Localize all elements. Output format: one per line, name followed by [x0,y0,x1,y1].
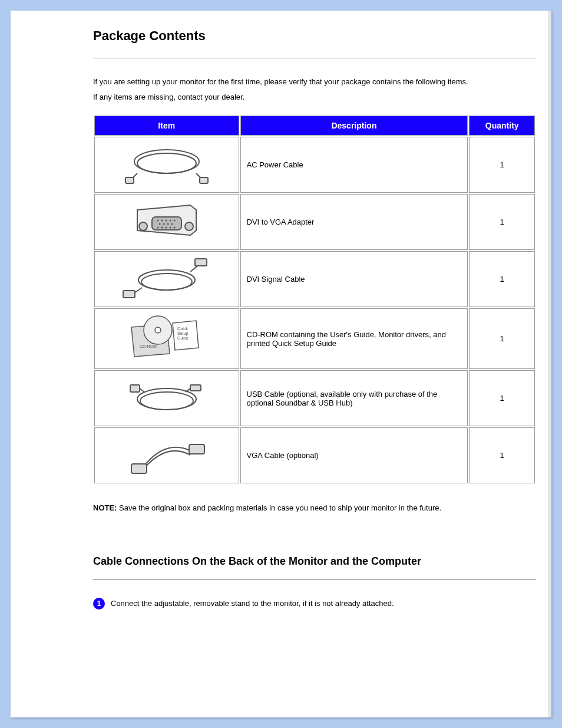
item-quantity: 1 [469,308,535,369]
svg-text:Quick: Quick [177,327,188,331]
divider [93,58,536,58]
table-row: DVI Signal Cable 1 [94,251,535,307]
dvi-vga-adapter-icon [120,198,214,244]
item-image-vga-cable [94,427,239,483]
item-image-cdrom-guide: Quick Setup Guide CD-ROM [94,308,239,369]
table-header-item: Item [94,116,239,136]
setup-step-1: 1 Connect the adjustable, removable stan… [93,598,536,610]
cdrom-guide-icon: Quick Setup Guide CD-ROM [120,312,214,363]
step-text: Connect the adjustable, removable stand … [111,599,394,608]
svg-text:Guide: Guide [177,336,189,340]
item-quantity: 1 [469,194,535,250]
svg-point-18 [165,227,167,229]
cable-connections-heading: Cable Connections On the Back of the Mon… [93,555,536,568]
item-image-power-cable [94,137,239,193]
svg-point-16 [157,227,158,229]
svg-rect-2 [125,177,134,183]
svg-point-4 [139,222,147,230]
svg-point-14 [167,223,168,225]
left-sidebar [11,11,81,717]
item-image-dvi-vga-adapter [94,194,239,250]
table-header-quantity: Quantity [469,116,535,136]
item-description: CD-ROM containing the User's Guide, Moni… [240,308,468,369]
svg-point-11 [173,220,175,222]
note-body: Save the original box and packing materi… [117,503,441,512]
table-row: DVI to VGA Adapter 1 [94,194,535,250]
svg-text:CD-ROM: CD-ROM [140,344,157,348]
step-number-badge: 1 [93,598,105,610]
note-paragraph: NOTE: Save the original box and packing … [93,502,536,514]
table-row: VGA Cable (optional) 1 [94,427,535,483]
svg-point-12 [158,223,160,225]
item-description: USB Cable (optional, available only with… [240,370,468,426]
note-label: NOTE: [93,503,117,512]
svg-rect-36 [189,444,204,454]
item-description: VGA Cable (optional) [240,427,468,483]
svg-point-10 [169,220,171,222]
item-image-usb-cable [94,370,239,426]
item-quantity: 1 [469,370,535,426]
main-content: Package Contents If you are setting up y… [81,11,548,717]
svg-point-7 [157,220,158,222]
usb-cable-icon [120,374,214,420]
intro-paragraph-1: If you are setting up your monitor for t… [93,76,536,88]
vga-cable-icon [120,431,214,477]
svg-point-17 [161,227,163,229]
package-contents-heading: Package Contents [93,28,536,44]
right-edge-shadow [548,11,551,717]
item-image-dvi-cable [94,251,239,307]
svg-rect-23 [195,259,207,266]
svg-point-22 [141,274,192,290]
dvi-cable-icon [120,255,214,301]
svg-point-32 [140,392,193,410]
svg-rect-35 [131,464,147,473]
item-quantity: 1 [469,251,535,307]
table-header-description: Description [240,116,468,136]
item-quantity: 1 [469,137,535,193]
svg-point-20 [173,227,175,229]
svg-rect-24 [123,291,135,298]
svg-point-19 [169,227,171,229]
divider [93,579,536,580]
item-description: DVI Signal Cable [240,251,468,307]
svg-point-1 [137,153,196,173]
package-contents-table: Item Description Quantity [93,114,536,485]
svg-point-15 [171,223,173,225]
svg-point-8 [161,220,163,222]
table-row: AC Power Cable 1 [94,137,535,193]
svg-point-13 [163,223,164,225]
intro-paragraph-2: If any items are missing, contact your d… [93,91,536,103]
svg-point-6 [185,222,193,230]
table-row: USB Cable (optional, available only with… [94,370,535,426]
power-cable-icon [120,141,214,187]
svg-point-26 [155,327,161,333]
svg-rect-34 [190,385,201,391]
svg-rect-33 [130,385,140,392]
svg-rect-3 [200,177,208,183]
item-description: DVI to VGA Adapter [240,194,468,250]
svg-point-9 [165,220,167,222]
item-quantity: 1 [469,427,535,483]
item-description: AC Power Cable [240,137,468,193]
svg-text:Setup: Setup [177,331,188,336]
table-row: Quick Setup Guide CD-ROM CD-ROM containi… [94,308,535,369]
